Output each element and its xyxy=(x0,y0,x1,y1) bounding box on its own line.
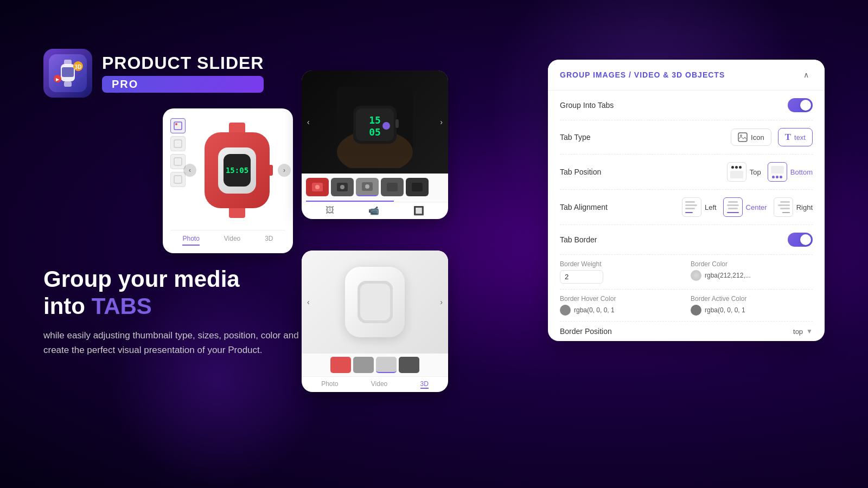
card3-tab-video[interactable]: Video xyxy=(371,380,387,389)
select-dropdown-arrow: ▼ xyxy=(806,328,813,335)
bottom-position-label: Bottom xyxy=(790,168,813,176)
panel-body: Group Into Tabs Tab Type Icon T xyxy=(548,91,825,341)
svg-point-26 xyxy=(340,185,344,189)
card3-nav-left[interactable]: ‹ xyxy=(307,298,310,306)
card2-icon-video[interactable]: 📹 xyxy=(368,206,379,216)
card2-bottom-icons: 🖼 📹 🔲 xyxy=(302,202,448,219)
panel-header: GROUP IMAGES / VIDEO & 3D OBJECTS ∧ xyxy=(548,60,825,91)
card1-watch: 15:05 xyxy=(205,132,270,208)
svg-point-24 xyxy=(315,185,320,189)
tab-type-options: Icon T text xyxy=(731,128,813,146)
tab-type-text-option[interactable]: T text xyxy=(778,128,813,146)
border-hover-col: Border Hover Color rgba(0, 0, 0, 1 xyxy=(560,295,682,316)
tab-border-toggle[interactable] xyxy=(788,233,813,247)
center-align-label: Center xyxy=(746,203,767,211)
card2-thumb-3[interactable] xyxy=(356,178,379,196)
card2-thumb-2[interactable] xyxy=(331,178,354,196)
left-align-label: Left xyxy=(705,203,717,211)
border-color-field[interactable]: rgba(212,212,... xyxy=(691,270,813,281)
svg-text:05: 05 xyxy=(369,126,381,138)
svg-rect-30 xyxy=(412,183,423,191)
product-card-3: ‹ › Photo Video 3D xyxy=(302,251,448,392)
border-active-col: Border Active Color rgba(0, 0, 0, 1 xyxy=(691,295,813,316)
settings-panel: GROUP IMAGES / VIDEO & 3D OBJECTS ∧ Grou… xyxy=(548,60,825,341)
svg-point-28 xyxy=(365,184,369,189)
tab-alignment-options: Left Center xyxy=(682,197,813,217)
card3-tab-3d[interactable]: 3D xyxy=(420,380,429,389)
border-weight-input[interactable] xyxy=(560,270,603,284)
card3-thumb-2[interactable] xyxy=(353,357,374,373)
tab-align-center[interactable]: Center xyxy=(723,197,767,217)
tab-align-left[interactable]: Left xyxy=(682,197,717,217)
tab-position-bottom[interactable]: Bottom xyxy=(768,162,813,182)
border-toggle-knob xyxy=(800,234,811,245)
svg-rect-4 xyxy=(62,67,74,77)
thumbnail-1[interactable] xyxy=(170,118,186,133)
svg-rect-13 xyxy=(174,176,182,183)
svg-rect-29 xyxy=(387,183,398,191)
border-hover-active-row: Border Hover Color rgba(0, 0, 0, 1 Borde… xyxy=(560,290,813,322)
group-into-tabs-toggle[interactable] xyxy=(788,98,813,112)
thumbnail-4[interactable] xyxy=(170,172,186,187)
tab-type-icon-option[interactable]: Icon xyxy=(731,129,771,146)
text-type-icon: T xyxy=(785,132,791,143)
svg-rect-9 xyxy=(174,122,182,130)
border-active-swatch xyxy=(691,305,701,316)
card2-thumb-4[interactable] xyxy=(381,178,404,196)
top-position-label: Top xyxy=(750,168,761,176)
card2-nav-left[interactable]: ‹ xyxy=(307,118,310,126)
card3-tabs: Photo Video 3D xyxy=(302,376,448,392)
top-position-icon xyxy=(727,162,746,182)
card3-thumb-3[interactable] xyxy=(376,357,397,373)
tab-alignment-label: Tab Alignment xyxy=(560,203,608,211)
card2-icon-image[interactable]: 🖼 xyxy=(326,206,334,216)
card1-tab-photo[interactable]: Photo xyxy=(182,235,199,246)
card2-icon-3d[interactable]: 🔲 xyxy=(413,206,424,216)
toggle-knob xyxy=(800,100,811,111)
tab-type-icon-label: Icon xyxy=(751,133,764,142)
app-title: PRODUCT SLIDER xyxy=(102,54,264,73)
tab-position-row: Tab Position Top xyxy=(560,155,813,190)
border-position-select[interactable]: top ▼ xyxy=(793,328,813,336)
card3-tab-photo[interactable]: Photo xyxy=(321,380,338,389)
svg-text:15:05: 15:05 xyxy=(226,166,248,175)
card1-nav-right[interactable]: › xyxy=(278,164,291,177)
card3-thumbnails xyxy=(302,354,448,376)
border-hover-swatch xyxy=(560,305,571,316)
card2-thumb-1[interactable] xyxy=(306,178,329,196)
right-align-label: Right xyxy=(796,203,813,211)
border-color-col: Border Color rgba(212,212,... xyxy=(691,260,813,281)
group-into-tabs-label: Group Into Tabs xyxy=(560,101,614,110)
thumbnail-3[interactable] xyxy=(170,154,186,169)
border-color-label: Border Color xyxy=(691,260,813,268)
border-hover-value: rgba(0, 0, 0, 1 xyxy=(574,306,615,314)
panel-title: GROUP IMAGES / VIDEO & 3D OBJECTS xyxy=(560,70,725,79)
border-hover-field[interactable]: rgba(0, 0, 0, 1 xyxy=(560,305,682,316)
border-weight-color-row: Border Weight Border Color rgba(212,212,… xyxy=(560,255,813,290)
app-logo-icon: 3D ▶ xyxy=(43,49,92,98)
card3-thumb-1[interactable] xyxy=(330,357,351,373)
card2-nav-right[interactable]: › xyxy=(440,118,443,126)
svg-text:▶: ▶ xyxy=(56,77,60,82)
tab-type-label: Tab Type xyxy=(560,133,591,142)
tab-position-top[interactable]: Top xyxy=(727,162,761,182)
logo-area: 3D ▶ PRODUCT SLIDER PRO xyxy=(43,49,264,98)
headline-tabs: TABS xyxy=(92,293,152,319)
tab-align-right[interactable]: Right xyxy=(774,197,813,217)
card1-nav-left[interactable]: ‹ xyxy=(183,164,196,177)
card3-thumb-4[interactable] xyxy=(399,357,419,373)
card1-tab-video[interactable]: Video xyxy=(224,235,240,246)
video-progress-dot xyxy=(382,122,390,130)
thumbnail-2[interactable] xyxy=(170,136,186,151)
bottom-position-icon xyxy=(768,162,787,182)
svg-text:15: 15 xyxy=(369,114,381,126)
svg-rect-12 xyxy=(174,158,182,165)
card1-tabs: Photo Video 3D xyxy=(170,230,285,246)
svg-rect-22 xyxy=(395,119,399,128)
card1-tab-3d[interactable]: 3D xyxy=(265,235,273,246)
svg-rect-3 xyxy=(64,81,72,87)
panel-collapse-button[interactable]: ∧ xyxy=(800,68,813,81)
border-active-field[interactable]: rgba(0, 0, 0, 1 xyxy=(691,305,813,316)
card2-thumb-5[interactable] xyxy=(406,178,429,196)
card3-nav-right[interactable]: › xyxy=(440,298,443,306)
